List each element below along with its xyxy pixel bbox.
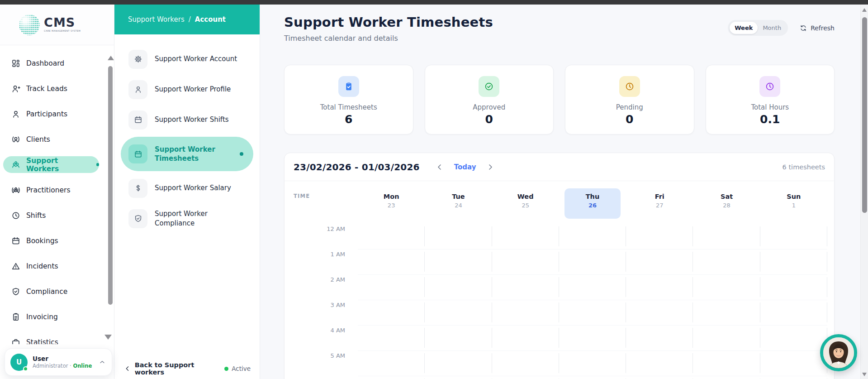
calendar-cell[interactable] [760, 300, 827, 326]
sidebar-item-clients[interactable]: Clients [0, 127, 114, 152]
calendar-cell[interactable] [760, 351, 827, 376]
sidebar-item-statistics[interactable]: Statistics [0, 330, 114, 344]
calendar-cell[interactable] [626, 351, 693, 376]
calendar-cell[interactable] [760, 275, 827, 300]
previous-week-button[interactable] [433, 161, 446, 173]
active-indicator-dot [240, 152, 243, 156]
month-toggle-button[interactable]: Month [758, 22, 786, 34]
calendar-cell[interactable] [425, 275, 492, 300]
sidebar-item-label: Support Workers [26, 157, 88, 173]
calendar-cell[interactable] [626, 300, 693, 326]
calendar-cell[interactable] [425, 351, 492, 376]
sidebar-scrollbar-thumb[interactable] [108, 66, 113, 305]
calendar-cell[interactable] [760, 326, 827, 351]
sidebar-item-support-workers[interactable]: Support Workers [3, 156, 99, 173]
calendar-cell[interactable] [492, 326, 559, 351]
calendar-cell[interactable] [425, 326, 492, 351]
account-item-worker-timesheets[interactable]: Support Worker Timesheets [121, 137, 253, 171]
clipboard-check-icon [338, 76, 359, 97]
sidebar-item-bookings[interactable]: Bookings [0, 228, 114, 254]
calendar-cell[interactable] [358, 300, 425, 326]
calendar-cell[interactable] [425, 249, 492, 275]
sidebar-item-track-leads[interactable]: Track Leads [0, 76, 114, 101]
calendar-cell[interactable] [626, 249, 693, 275]
app-logo[interactable]: CMS CARE MANAGEMENT SYSTEM [0, 5, 114, 45]
sidebar-item-invoicing[interactable]: Invoicing [0, 304, 114, 330]
calendar-cell[interactable] [492, 224, 559, 249]
sidebar-item-practitioners[interactable]: Practitioners [0, 178, 114, 203]
calendar-cell[interactable] [760, 376, 827, 379]
clock-icon [11, 211, 20, 220]
calendar-cell[interactable] [626, 224, 693, 249]
calendar-cell[interactable] [358, 249, 425, 275]
account-item-worker-salary[interactable]: Support Worker Salary [114, 173, 260, 203]
day-header-thu-selected[interactable]: Thu 26 [559, 181, 626, 224]
calendar-cell[interactable] [492, 249, 559, 275]
sidebar-item-label: Shifts [26, 211, 46, 220]
calendar-cell[interactable] [559, 326, 626, 351]
time-label: 5 AM [285, 351, 358, 376]
day-header-sun[interactable]: Sun 1 [760, 181, 827, 224]
sidebar-scroll-down-arrow[interactable] [104, 335, 112, 340]
calendar-cell[interactable] [626, 326, 693, 351]
logo-globe-icon [19, 14, 40, 35]
next-week-button[interactable] [484, 161, 497, 173]
calendar-cell[interactable] [626, 275, 693, 300]
breadcrumb-parent[interactable]: Support Workers [128, 15, 185, 24]
account-item-worker-profile[interactable]: Support Worker Profile [114, 74, 260, 105]
sidebar-scroll-up-arrow[interactable] [108, 56, 114, 60]
account-item-worker-compliance[interactable]: Support Worker Compliance [114, 203, 260, 234]
calendar-cell[interactable] [559, 275, 626, 300]
calendar-cell[interactable] [425, 224, 492, 249]
calendar-cell[interactable] [693, 249, 760, 275]
day-header-wed[interactable]: Wed 25 [492, 181, 559, 224]
calendar-cell[interactable] [425, 376, 492, 379]
sidebar-item-incidents[interactable]: Incidents [0, 254, 114, 279]
calendar-cell[interactable] [693, 326, 760, 351]
calendar-cell[interactable] [358, 326, 425, 351]
status-dot [224, 367, 228, 371]
calendar-cell[interactable] [425, 300, 492, 326]
scroll-down-arrow[interactable] [862, 373, 867, 376]
scrollbar-thumb[interactable] [862, 17, 867, 213]
calendar-cell[interactable] [693, 275, 760, 300]
account-item-worker-account[interactable]: Support Worker Account [114, 44, 260, 74]
day-header-fri[interactable]: Fri 27 [626, 181, 693, 224]
sidebar-item-dashboard[interactable]: Dashboard [0, 51, 114, 76]
refresh-button[interactable]: Refresh [800, 24, 835, 32]
sidebar-item-shifts[interactable]: Shifts [0, 203, 114, 228]
calendar-cell[interactable] [760, 224, 827, 249]
calendar-cell[interactable] [492, 376, 559, 379]
back-to-support-workers-link[interactable]: Back to Support workers [124, 361, 224, 376]
account-item-worker-shifts[interactable]: Support Worker Shifts [114, 105, 260, 135]
calendar-cell[interactable] [358, 376, 425, 379]
calendar-cell[interactable] [358, 351, 425, 376]
calendar-cell[interactable] [626, 376, 693, 379]
calendar-cell[interactable] [559, 351, 626, 376]
day-header-mon[interactable]: Mon 23 [358, 181, 425, 224]
day-header-tue[interactable]: Tue 24 [425, 181, 492, 224]
calendar-cell[interactable] [559, 300, 626, 326]
calendar-cell[interactable] [492, 351, 559, 376]
week-toggle-button[interactable]: Week [730, 22, 758, 34]
calendar-cell[interactable] [693, 300, 760, 326]
calendar-cell[interactable] [492, 300, 559, 326]
sidebar-item-compliance[interactable]: Compliance [0, 279, 114, 304]
webcam-video-bubble[interactable] [820, 334, 857, 371]
user-menu[interactable]: U User Administrator · Online [5, 348, 112, 376]
calendar-cell[interactable] [559, 376, 626, 379]
calendar-cell[interactable] [693, 376, 760, 379]
calendar-cell[interactable] [559, 249, 626, 275]
calendar-cell[interactable] [358, 275, 425, 300]
calendar-cell[interactable] [358, 224, 425, 249]
today-button[interactable]: Today [454, 163, 476, 171]
calendar-cell[interactable] [693, 351, 760, 376]
calendar-cell[interactable] [492, 275, 559, 300]
sidebar-item-participants[interactable]: Participants [0, 101, 114, 127]
calendar-cell[interactable] [559, 224, 626, 249]
day-header-sat[interactable]: Sat 28 [693, 181, 760, 224]
scroll-up-arrow[interactable] [862, 8, 867, 12]
calendar-cell[interactable] [760, 249, 827, 275]
calendar-cell[interactable] [693, 224, 760, 249]
account-item-label: Support Worker Shifts [155, 115, 247, 124]
